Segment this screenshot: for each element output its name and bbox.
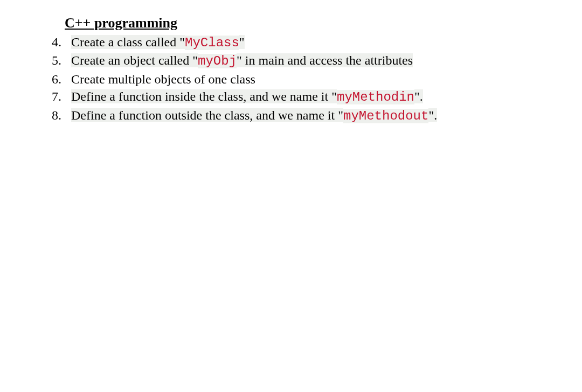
document-content: C++ programming Create a class called "M… <box>0 0 582 125</box>
list-text: Create a class called " <box>71 35 185 49</box>
list-item: Create a class called "MyClass" <box>65 33 550 52</box>
code-identifier: myMethodin <box>337 90 414 104</box>
list-text: " <box>239 35 245 49</box>
list-text: Define a function inside the class, and … <box>71 89 337 103</box>
code-identifier: myMethodout <box>343 109 428 123</box>
page-title: C++ programming <box>65 15 550 31</box>
list-text: Define a function outside the class, and… <box>71 108 343 122</box>
list-text: Create an object called " <box>71 53 198 67</box>
list-item: Create multiple objects of one class <box>65 71 550 88</box>
list-item: Define a function inside the class, and … <box>65 88 550 106</box>
task-list: Create a class called "MyClass"Create an… <box>32 33 550 125</box>
list-text: Create multiple objects of one class <box>71 72 255 86</box>
list-text: " in main and access the attributes <box>237 53 413 67</box>
code-identifier: MyClass <box>185 36 239 50</box>
list-item: Define a function outside the class, and… <box>65 107 550 125</box>
list-item: Create an object called "myObj" in main … <box>65 52 550 70</box>
code-identifier: myObj <box>198 54 237 68</box>
list-text: ". <box>428 108 437 122</box>
list-text: ". <box>414 89 423 103</box>
